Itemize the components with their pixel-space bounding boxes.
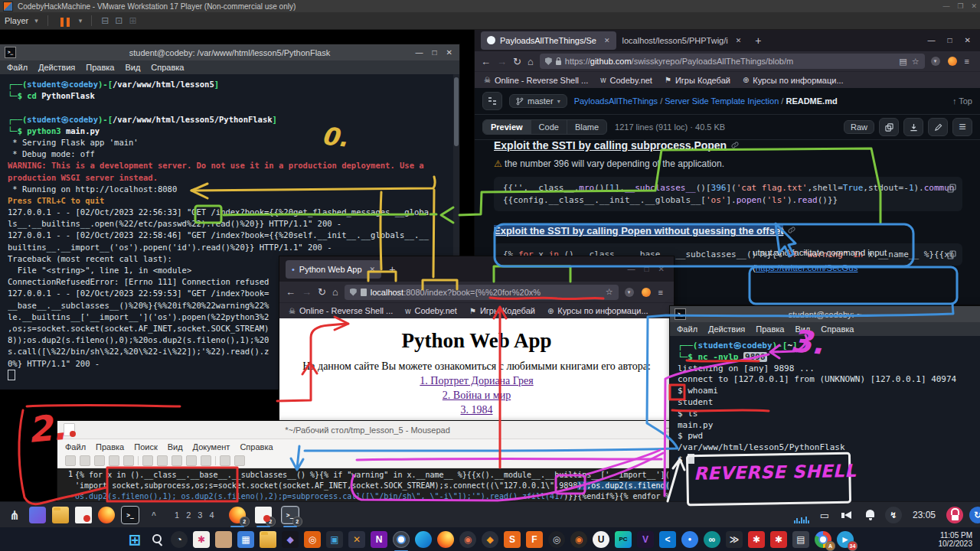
window-control-icon[interactable]: ✕ xyxy=(965,36,971,44)
task-mousepad[interactable]: 2 xyxy=(255,507,272,523)
back-icon[interactable]: ← xyxy=(286,286,296,298)
twitter-link[interactable]: https://twitter.com/SecGus xyxy=(756,263,858,272)
onenote-icon[interactable]: N xyxy=(371,531,387,548)
calendar-icon[interactable]: ▦ xyxy=(237,531,254,548)
heading-popen-offset[interactable]: Exploit the SSTI by calling Popen withou… xyxy=(494,225,783,236)
edit-pencil-icon[interactable] xyxy=(928,118,948,136)
app-menu-icon[interactable]: ≡ xyxy=(658,288,663,297)
github-tabstrip[interactable]: PayloadsAllTheThings/Se ✕ localhost/less… xyxy=(475,29,980,51)
mousepad-editor[interactable]: 1 {% for x in ().__class__.__base__.__su… xyxy=(57,468,678,503)
windows-start-button[interactable]: ⊞ xyxy=(126,531,143,548)
flstudio-icon[interactable]: ◆ xyxy=(482,531,498,548)
firefox-launcher-icon[interactable] xyxy=(98,507,115,523)
blender-icon[interactable]: ◉ xyxy=(570,531,587,548)
power-manager-icon[interactable]: ↯ xyxy=(885,507,902,523)
reload-icon[interactable]: ↻ xyxy=(318,286,326,298)
menu-item[interactable]: Справка xyxy=(151,63,184,72)
visualstudio-icon[interactable]: V xyxy=(637,531,654,548)
menu-item[interactable]: Справка xyxy=(821,324,854,334)
menu-item[interactable]: Вид xyxy=(168,442,183,452)
terminal-flask-titlebar[interactable]: student@codeby: /var/www/html/lesson5/Py… xyxy=(0,44,459,60)
new-tab-button[interactable]: + xyxy=(755,34,761,47)
raw-button[interactable]: Raw xyxy=(844,120,874,134)
bookmark-item[interactable]: ⊕Курсы по информаци... xyxy=(743,76,844,85)
software-update-icon[interactable]: ↻ xyxy=(969,507,980,523)
back-icon[interactable]: ← xyxy=(481,56,491,67)
unreal-icon[interactable]: U xyxy=(593,531,609,548)
save-as-icon[interactable] xyxy=(109,455,119,466)
menu-item[interactable]: Файл xyxy=(677,324,697,334)
view-tabs[interactable]: PreviewCodeBlame xyxy=(482,119,607,135)
window-control-icon[interactable]: — xyxy=(942,2,949,10)
menu-item[interactable]: Справка xyxy=(240,442,273,452)
breadcrumb-item[interactable]: PayloadsAllTheThings xyxy=(574,96,658,106)
menu-item[interactable]: Поиск xyxy=(134,442,157,452)
pocket-icon[interactable]: ▾ xyxy=(625,288,634,297)
terminal-nc-output[interactable]: ┌──(student㉿codeby)-[~]└─$ nc -nvlp 9898… xyxy=(670,336,980,510)
player-menu[interactable]: Player xyxy=(5,16,28,25)
design-app-icon[interactable]: ✱ xyxy=(193,531,210,548)
view-tab-blame[interactable]: Blame xyxy=(567,120,606,134)
edge-icon[interactable] xyxy=(415,531,432,548)
bookmark-star-icon[interactable]: ☆ xyxy=(912,57,920,67)
find-icon[interactable] xyxy=(220,455,230,466)
tab-close-icon[interactable]: ✕ xyxy=(736,37,742,44)
menu-item[interactable]: Файл xyxy=(65,442,86,452)
orange-suite-icon[interactable]: ◎ xyxy=(304,531,321,548)
tab-localhost-phptwig[interactable]: localhost/lesson5/PHPTwig/i ✕ xyxy=(616,31,748,50)
tab-close-icon[interactable]: ✕ xyxy=(370,266,376,273)
display-icon[interactable]: ▭ xyxy=(816,507,833,523)
open-file-icon[interactable] xyxy=(80,455,90,466)
download-icon[interactable] xyxy=(903,118,923,136)
back-to-top-button[interactable]: ↑ Top xyxy=(952,96,972,106)
file-tree-icon[interactable] xyxy=(482,92,502,110)
suspend-vm-button[interactable] xyxy=(57,14,73,28)
send-cad-icon[interactable]: ⊟ xyxy=(101,15,109,26)
vmware-icon[interactable]: ✕ xyxy=(348,531,365,548)
window-control-icon[interactable]: — xyxy=(628,265,635,273)
reload-icon[interactable]: ↻ xyxy=(513,56,521,67)
window-control-icon[interactable]: ❐ xyxy=(957,2,963,10)
mousepad-titlebar[interactable]: *~/Рабочий стол/tmp_lesson_5 - Mousepad … xyxy=(57,421,678,439)
replace-icon[interactable] xyxy=(234,455,245,466)
volume-icon[interactable] xyxy=(839,507,856,523)
task-firefox[interactable]: 2 xyxy=(229,507,246,523)
menu-item[interactable]: Вид xyxy=(795,324,810,334)
assistant-app-icon[interactable] xyxy=(215,531,232,548)
terminal-nc-titlebar[interactable]: student@codeby: ~ xyxy=(670,306,980,322)
suspend-caret-icon[interactable]: ▾ xyxy=(79,17,83,24)
bookmark-item[interactable]: ⚑Игры Кодебай xyxy=(469,306,535,315)
kali-menu-icon[interactable]: ⋔ xyxy=(6,507,23,523)
window-control-icon[interactable]: ✕ xyxy=(658,265,665,273)
book-link[interactable]: 1. Портрет Дориана Грея xyxy=(279,375,674,387)
films-icon[interactable]: ▤ xyxy=(792,531,809,548)
outline-icon[interactable]: ≡ xyxy=(952,118,972,136)
window-control-icon[interactable]: □ xyxy=(433,48,437,57)
view-tab-code[interactable]: Code xyxy=(531,120,567,134)
breadcrumb-item[interactable]: Server Side Template Injection xyxy=(665,96,779,106)
tab-payloadsallthethings[interactable]: PayloadsAllTheThings/Se ✕ xyxy=(481,31,616,50)
mousepad-launcher-icon[interactable] xyxy=(75,507,92,523)
menu-item[interactable]: Вид xyxy=(125,63,140,72)
menu-item[interactable]: Действия xyxy=(38,63,75,72)
bookmark-item[interactable]: wCodeby.net xyxy=(600,76,652,85)
mousepad-window[interactable]: *~/Рабочий стол/tmp_lesson_5 - Mousepad … xyxy=(57,421,678,501)
window-control-icon[interactable]: □ xyxy=(645,265,649,273)
code-block-popen[interactable]: {{''.__class__.mro()[1].__subclasses__()… xyxy=(494,177,962,211)
shotcut-icon[interactable]: S xyxy=(504,531,521,548)
breadcrumb-item[interactable]: README.md xyxy=(786,96,837,106)
player-caret-icon[interactable]: ▾ xyxy=(34,17,38,24)
telegram-icon[interactable]: ►34 xyxy=(837,531,854,548)
shield-icon[interactable] xyxy=(545,57,552,65)
bookmark-item[interactable]: ☠Online - Reverse Shell ... xyxy=(289,306,393,315)
window-control-icon[interactable]: ✕ xyxy=(446,48,452,57)
branch-selector[interactable]: master ▾ xyxy=(509,94,567,108)
app-menu-icon[interactable]: ≡ xyxy=(965,57,969,66)
panel-expand-icon[interactable]: ^ xyxy=(145,507,162,523)
menu-item[interactable]: Файл xyxy=(7,63,28,72)
obsidian-icon[interactable]: ◆ xyxy=(282,531,299,548)
windows-clock[interactable]: 11:05 PM 10/2/2023 xyxy=(939,531,973,548)
pocket-icon[interactable]: ▾ xyxy=(931,57,940,66)
terminal-launcher-icon[interactable]: >_ xyxy=(121,506,139,524)
copy-icon[interactable] xyxy=(186,455,197,466)
